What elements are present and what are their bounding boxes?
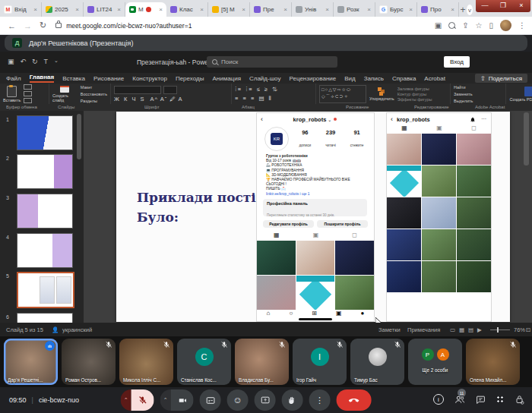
participant-tile[interactable]: Владислав Бу... <box>235 339 289 385</box>
zoom-slider[interactable] <box>490 329 510 330</box>
browser-tab[interactable]: Пре× <box>250 2 292 17</box>
notes-button[interactable]: Заметки <box>378 326 401 333</box>
mic-options-chevron-icon[interactable]: ⌃ <box>121 389 131 411</box>
host-controls-button[interactable] <box>515 395 524 405</box>
zoom-level[interactable]: 76% <box>514 326 525 333</box>
slideshow-icon[interactable]: ▶ <box>477 326 482 333</box>
participant-tile[interactable]: ılı Дар'я Решетні... <box>4 339 58 385</box>
reactions-button[interactable]: ☺ <box>227 389 249 411</box>
format-painter-icon[interactable] <box>24 98 32 103</box>
chat-button[interactable] <box>476 395 486 405</box>
participant-tile[interactable]: C Станіслав Кос... <box>177 339 231 385</box>
redo-icon[interactable]: ↻ <box>32 58 38 65</box>
font-size-combobox[interactable] <box>163 86 177 94</box>
sections-button[interactable]: Разделы <box>81 98 107 104</box>
browser-tab[interactable]: [5] М× <box>208 2 250 17</box>
close-icon[interactable]: × <box>409 6 413 13</box>
browser-tab-active-meet[interactable]: M× <box>125 2 166 17</box>
find-button[interactable]: Найти <box>454 84 473 90</box>
zoom-slider-thumb[interactable] <box>497 327 499 333</box>
activities-apps-icon[interactable] <box>496 396 505 404</box>
close-icon[interactable]: × <box>325 6 329 13</box>
tab-search-chevron-icon[interactable]: v <box>467 5 473 15</box>
tab-draw[interactable]: Рисование <box>93 75 124 82</box>
slide-thumbnail-4[interactable] <box>17 233 73 268</box>
address-bar[interactable]: meet.google.com/cie-bcwz-nuo?authuser=1 <box>66 22 192 30</box>
arrange-button[interactable]: Упорядочить <box>369 87 394 101</box>
tab-view[interactable]: Вид <box>344 75 355 82</box>
browser-tab[interactable]: Розк× <box>334 2 375 17</box>
participant-tile[interactable]: Микола Ілліч С... <box>119 339 173 385</box>
close-icon[interactable]: × <box>159 6 163 13</box>
reset-button[interactable]: Восстановить <box>81 91 107 97</box>
fit-slide-icon[interactable]: ⊡ <box>526 326 530 333</box>
ppt-search-box[interactable]: Поиск <box>207 56 337 68</box>
slide-thumbnail-2[interactable] <box>17 154 73 189</box>
new-slide-button[interactable]: Создать слайд <box>52 86 78 102</box>
participant-tile[interactable]: Роман Остров... <box>62 339 116 385</box>
participant-tile[interactable]: I Ігор Гайч <box>293 339 347 385</box>
tab-animations[interactable]: Анимация <box>212 75 241 82</box>
close-icon[interactable]: × <box>242 6 245 13</box>
normal-view-icon[interactable]: ▭ <box>450 326 455 333</box>
camera-options-chevron-icon[interactable]: ⌃ <box>160 389 171 411</box>
browser-tab[interactable]: LIT24× <box>84 2 125 17</box>
create-pdf-button[interactable]: Создать PDF-файл <box>509 87 532 102</box>
browser-tab[interactable]: Про× <box>417 2 459 17</box>
share-icon[interactable]: ⇪ <box>462 21 468 30</box>
sign-in-button[interactable]: Вход <box>444 56 470 68</box>
camera-button[interactable] <box>171 389 194 411</box>
font-extra-buttons[interactable]: A^ Aˇ 🖉 A <box>150 96 183 102</box>
participant-tile[interactable]: Олена Михайл... <box>466 339 520 385</box>
close-icon[interactable]: × <box>367 6 371 13</box>
overflow-participants-tile[interactable]: Р А Ще 2 особи <box>408 339 462 385</box>
search-icon[interactable] <box>448 22 455 29</box>
tab-file[interactable]: Файл <box>6 75 21 82</box>
tab-insert[interactable]: Вставка <box>62 75 85 82</box>
share-button[interactable]: ⇧ Поделиться <box>475 74 527 83</box>
undo-icon[interactable]: ↶ <box>21 58 27 65</box>
slide-thumbnail-1[interactable] <box>17 115 73 150</box>
select-button[interactable]: Выделить <box>454 98 473 104</box>
close-icon[interactable]: × <box>33 6 37 13</box>
browser-tab[interactable]: MВхід× <box>0 2 42 17</box>
leave-call-button[interactable] <box>337 389 372 411</box>
save-icon[interactable]: ▣ <box>435 21 442 30</box>
replace-button[interactable]: Заменить <box>454 91 473 97</box>
language-indicator[interactable]: украинский <box>62 326 92 333</box>
reload-icon[interactable]: ↻ <box>40 20 46 30</box>
tab-review[interactable]: Рецензирование <box>289 75 336 82</box>
tab-slideshow[interactable]: Слайд-шоу <box>249 75 280 82</box>
more-options-button[interactable]: ⋮ <box>309 389 331 411</box>
profile-avatar[interactable] <box>500 20 511 31</box>
side-panel-icon[interactable]: ▯ <box>489 21 493 30</box>
shapes-gallery[interactable]: □○△▽⇨☆⬭◇⌒⟡⊂⊃✧ <box>319 85 366 103</box>
slide-thumbnail-5-selected[interactable] <box>17 272 74 308</box>
font-style-buttons[interactable]: Ж К Ч S <box>114 96 146 102</box>
save-icon[interactable]: ▣ <box>8 58 14 65</box>
copy-icon[interactable] <box>24 91 32 96</box>
close-icon[interactable]: × <box>283 6 287 13</box>
close-icon[interactable]: × <box>75 6 79 13</box>
browser-tab[interactable]: Унів× <box>292 2 334 17</box>
tab-design[interactable]: Конструктор <box>132 75 167 82</box>
participant-tile[interactable]: Тимур Бас <box>350 339 404 385</box>
forward-icon[interactable]: → <box>24 21 32 30</box>
back-icon[interactable]: ← <box>8 21 16 30</box>
paste-button[interactable]: Вставить <box>3 86 21 102</box>
slide-sorter-icon[interactable]: ▦ <box>459 326 464 333</box>
tab-record[interactable]: Запись <box>364 75 384 82</box>
font-name-combobox[interactable] <box>114 86 161 94</box>
browser-tab[interactable]: Клас× <box>166 2 208 17</box>
text-tool-icon[interactable]: T <box>44 58 49 65</box>
close-icon[interactable]: × <box>200 6 204 13</box>
align-buttons[interactable]: ≡ ≡ ≡ ▤ ⫴ <box>235 95 279 102</box>
customize-qat-chevron-icon[interactable]: ⌄ <box>54 58 59 65</box>
tab-help[interactable]: Справка <box>392 75 416 82</box>
slide-thumbnail-3[interactable] <box>17 194 73 229</box>
reading-view-icon[interactable]: ▤ <box>468 326 473 333</box>
raise-hand-button[interactable] <box>282 389 303 411</box>
tab-transitions[interactable]: Переходы <box>176 75 204 82</box>
new-tab-button[interactable]: + <box>459 3 467 17</box>
slide-thumbnail-6[interactable] <box>17 313 73 323</box>
